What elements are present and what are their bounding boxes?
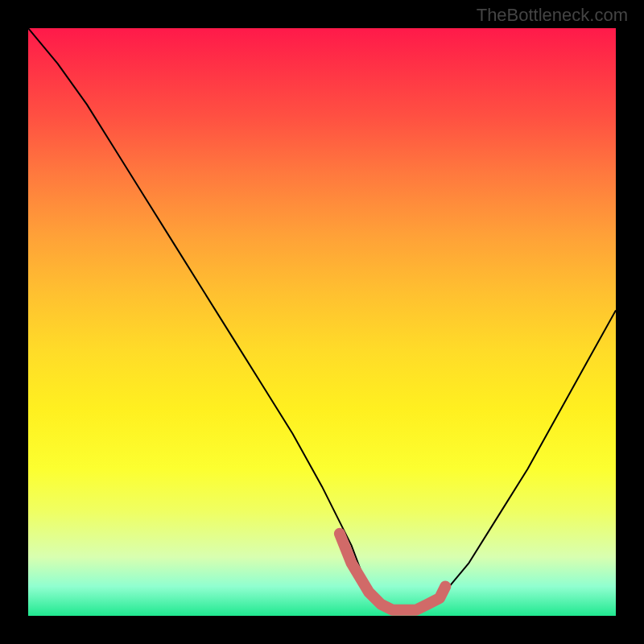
chart-svg (28, 28, 616, 616)
optimal-range-highlight (340, 534, 445, 610)
attribution-text: TheBottleneck.com (477, 5, 628, 26)
bottleneck-curve (28, 28, 616, 610)
chart-container (28, 28, 616, 616)
